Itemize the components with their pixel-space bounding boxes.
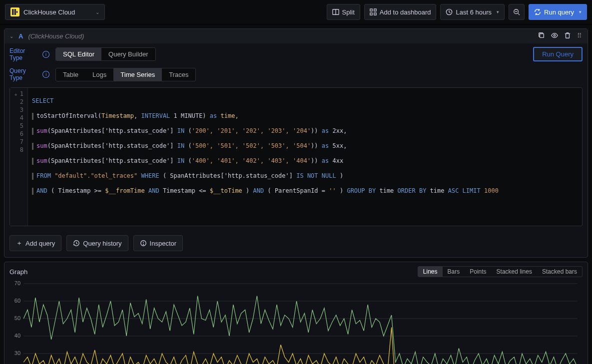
editor-type-label: Editor Type i	[9, 47, 49, 61]
inspector-label: Inspector	[150, 240, 176, 247]
drag-handle-icon[interactable]: ⠿	[577, 32, 583, 40]
query-editor-panel: ⌄ A (ClickHouse Cloud) ⠿ Editor Type i S…	[4, 28, 588, 258]
refresh-icon	[534, 8, 541, 15]
viz-type-tabs: LinesBarsPointsStacked linesStacked bars	[418, 266, 583, 277]
editor-type-tab-sql-editor[interactable]: SQL Editor	[56, 48, 101, 60]
clickhouse-icon	[10, 7, 19, 16]
info-icon[interactable]: i	[42, 71, 49, 78]
svg-point-15	[554, 34, 556, 36]
viz-tab-lines[interactable]: Lines	[418, 267, 443, 277]
add-query-label: Add query	[25, 240, 55, 247]
split-button[interactable]: Split	[327, 4, 360, 20]
svg-text:50: 50	[14, 315, 20, 321]
svg-rect-7	[374, 9, 376, 11]
top-toolbar: ClickHouse Cloud ⌄ Split Add to dashboar…	[0, 0, 592, 24]
svg-rect-3	[16, 11, 17, 13]
run-query-button[interactable]: Run query	[529, 4, 587, 20]
series-5xx	[23, 328, 578, 364]
run-query-side-button[interactable]: Run Query	[533, 47, 583, 61]
editor-type-row: Editor Type i SQL EditorQuery Builder Ru…	[4, 44, 588, 64]
timerange-picker[interactable]: Last 6 hours	[440, 4, 505, 20]
history-icon	[73, 240, 80, 247]
graph-header: Graph LinesBarsPointsStacked linesStacke…	[9, 266, 583, 277]
query-type-row: Query Type i TableLogsTime SeriesTraces	[4, 64, 588, 84]
svg-text:30: 30	[14, 350, 20, 356]
svg-rect-9	[374, 13, 376, 15]
graph-title: Graph	[9, 268, 27, 276]
grid-icon	[370, 8, 377, 15]
chevron-down-icon: ⌄	[95, 9, 99, 15]
eye-icon[interactable]	[551, 32, 558, 40]
query-type-label: Query Type i	[9, 67, 49, 81]
graph-panel: Graph LinesBarsPointsStacked linesStacke…	[4, 262, 588, 364]
query-type-tab-table[interactable]: Table	[56, 68, 85, 81]
info-icon[interactable]: i	[42, 51, 49, 58]
query-title: (ClickHouse Cloud)	[28, 32, 84, 40]
datasource-picker[interactable]: ClickHouse Cloud ⌄	[5, 4, 105, 20]
query-type-tab-traces[interactable]: Traces	[162, 68, 195, 81]
svg-rect-1	[13, 9, 14, 15]
zoom-out-button[interactable]	[509, 4, 525, 20]
panel-split-icon	[332, 8, 339, 15]
query-type-tab-time-series[interactable]: Time Series	[113, 68, 162, 81]
add-dashboard-label: Add to dashboard	[380, 8, 431, 16]
svg-rect-0	[12, 9, 13, 15]
series-2xx	[23, 296, 578, 364]
plus-icon: ＋	[16, 239, 22, 248]
editor-type-tabs: SQL EditorQuery Builder	[55, 47, 156, 61]
timerange-label: Last 6 hours	[456, 8, 492, 16]
svg-point-18	[143, 244, 143, 245]
query-type-tabs: TableLogsTime SeriesTraces	[55, 68, 196, 81]
sql-code-editor[interactable]: 1234 5678 SELECT toStartOfInterval(Times…	[9, 87, 583, 226]
chart-area[interactable]: 01020304050607003:4504:0004:1504:3004:45…	[9, 281, 583, 364]
svg-rect-6	[370, 9, 372, 11]
svg-text:70: 70	[14, 281, 20, 286]
query-type-tab-logs[interactable]: Logs	[85, 68, 113, 81]
viz-tab-points[interactable]: Points	[465, 267, 491, 277]
split-label: Split	[342, 8, 355, 16]
add-to-dashboard-button[interactable]: Add to dashboard	[364, 4, 437, 20]
inspector-icon	[140, 240, 147, 247]
svg-rect-8	[370, 13, 372, 15]
history-label: Query history	[83, 240, 121, 247]
svg-text:40: 40	[14, 333, 20, 339]
trash-icon[interactable]	[564, 32, 571, 40]
svg-text:60: 60	[14, 298, 20, 304]
svg-line-12	[518, 13, 520, 15]
svg-rect-2	[15, 9, 16, 15]
clock-icon	[446, 8, 453, 15]
query-actions: ＋ Add query Query history Inspector	[4, 231, 588, 257]
query-history-button[interactable]: Query history	[66, 235, 128, 251]
viz-tab-stacked-lines[interactable]: Stacked lines	[492, 267, 537, 277]
zoom-out-icon	[513, 8, 520, 15]
inspector-button[interactable]: Inspector	[133, 235, 183, 251]
code-body[interactable]: SELECT toStartOfInterval(Timestamp, INTE…	[28, 88, 582, 226]
svg-rect-14	[540, 34, 544, 38]
viz-tab-bars[interactable]: Bars	[443, 267, 465, 277]
query-ref-label[interactable]: A	[18, 32, 23, 40]
line-gutter: 1234 5678	[10, 88, 28, 226]
add-query-button[interactable]: ＋ Add query	[9, 235, 61, 251]
run-label: Run query	[544, 8, 574, 16]
viz-tab-stacked-bars[interactable]: Stacked bars	[537, 267, 582, 277]
editor-type-tab-query-builder[interactable]: Query Builder	[101, 48, 155, 60]
datasource-name: ClickHouse Cloud	[23, 8, 75, 16]
query-row-header: ⌄ A (ClickHouse Cloud) ⠿	[4, 29, 588, 44]
collapse-toggle[interactable]: ⌄	[9, 33, 13, 39]
copy-icon[interactable]	[538, 32, 545, 40]
